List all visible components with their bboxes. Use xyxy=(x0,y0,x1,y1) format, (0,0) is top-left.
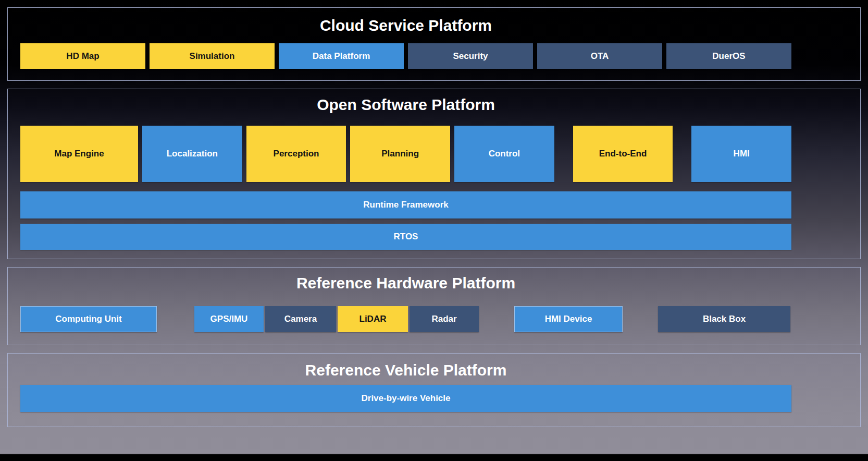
node-camera: Camera xyxy=(265,306,336,332)
node-gps-imu: GPS/IMU xyxy=(194,306,264,332)
node-perception: Perception xyxy=(246,126,346,182)
layer-cloud-service-platform: Cloud Service Platform HD Map Simulation… xyxy=(7,7,861,81)
node-radar: Radar xyxy=(410,306,479,332)
layer-open-software-platform: Open Software Platform Map Engine Locali… xyxy=(7,89,861,259)
software-modules-row: Map Engine Localization Perception Plann… xyxy=(20,126,791,182)
node-localization: Localization xyxy=(142,126,242,182)
cloud-items-row: HD Map Simulation Data Platform Security… xyxy=(20,43,791,69)
node-hmi: HMI xyxy=(691,126,791,182)
node-computing-unit: Computing Unit xyxy=(20,306,157,332)
software-platform-title: Open Software Platform xyxy=(20,95,791,114)
hardware-items-row: Computing Unit GPS/IMU Camera LiDAR Rada… xyxy=(20,306,791,332)
node-planning: Planning xyxy=(350,126,450,182)
node-ota: OTA xyxy=(537,43,662,69)
node-data-platform: Data Platform xyxy=(279,43,404,69)
node-simulation: Simulation xyxy=(150,43,275,69)
node-hmi-device: HMI Device xyxy=(514,306,623,332)
node-black-box: Black Box xyxy=(658,306,790,332)
node-end-to-end: End-to-End xyxy=(573,126,673,182)
node-runtime-framework: Runtime Framework xyxy=(20,191,791,219)
hardware-platform-title: Reference Hardware Platform xyxy=(20,274,791,293)
apollo-architecture-diagram: Cloud Service Platform HD Map Simulation… xyxy=(0,7,868,427)
layer-reference-vehicle-platform: Reference Vehicle Platform Drive-by-wire… xyxy=(7,353,861,427)
node-lidar: LiDAR xyxy=(338,306,408,332)
node-security: Security xyxy=(408,43,533,69)
node-dueros: DuerOS xyxy=(666,43,791,69)
vehicle-platform-title: Reference Vehicle Platform xyxy=(20,361,791,380)
node-control: Control xyxy=(454,126,554,182)
node-drive-by-wire-vehicle: Drive-by-wire Vehicle xyxy=(20,385,791,412)
node-hd-map: HD Map xyxy=(20,43,145,69)
cloud-platform-title: Cloud Service Platform xyxy=(20,16,791,35)
layer-reference-hardware-platform: Reference Hardware Platform Computing Un… xyxy=(7,267,861,345)
node-rtos: RTOS xyxy=(20,224,791,250)
node-map-engine: Map Engine xyxy=(20,126,138,182)
